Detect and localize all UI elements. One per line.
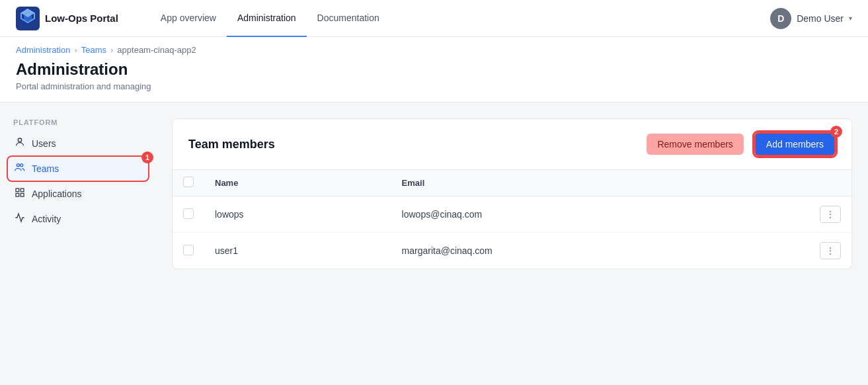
- header-checkbox-cell: [173, 170, 204, 196]
- sidebar: PLATFORM Users 1 Teams Applications Act: [0, 103, 156, 385]
- breadcrumb-sep-2: ›: [110, 45, 113, 55]
- table-header: Name Email: [173, 170, 851, 196]
- col-name: Name: [204, 170, 391, 196]
- select-all-checkbox[interactable]: [183, 177, 194, 187]
- row-email-lowops: lowops@cinaq.com: [391, 196, 809, 233]
- row-checkbox-cell: [173, 196, 204, 233]
- activity-icon: [15, 212, 25, 226]
- annotation-badge-2: 2: [830, 126, 842, 138]
- breadcrumb: Administration › Teams › appteam-cinaq-a…: [16, 45, 852, 55]
- breadcrumb-administration[interactable]: Administration: [16, 45, 70, 55]
- sidebar-item-applications-label: Applications: [32, 189, 82, 199]
- applications-icon: [15, 187, 25, 200]
- sidebar-item-users[interactable]: Users: [8, 132, 148, 155]
- page-header: Administration › Teams › appteam-cinaq-a…: [0, 37, 868, 103]
- members-table: Name Email lowops lowops@cinaq.com ⋮: [173, 170, 851, 269]
- team-members-card: Team members Remove members Add members …: [172, 118, 852, 269]
- main-layout: PLATFORM Users 1 Teams Applications Act: [0, 103, 868, 385]
- teams-icon: [15, 162, 25, 175]
- table-body: lowops lowops@cinaq.com ⋮ user1 margarit…: [173, 196, 851, 269]
- svg-point-6: [20, 164, 23, 167]
- logo-text: Low-Ops Portal: [45, 13, 118, 24]
- card-title: Team members: [188, 138, 275, 151]
- nav-administration[interactable]: Administration: [227, 0, 307, 37]
- row-email-user1: margarita@cinaq.com: [391, 233, 809, 269]
- row-actions-cell-lowops: ⋮: [809, 196, 851, 233]
- navbar: Low-Ops Portal App overview Administrati…: [0, 0, 868, 37]
- sidebar-item-activity-label: Activity: [32, 214, 61, 224]
- svg-rect-8: [20, 189, 24, 192]
- logo-icon: [16, 7, 40, 30]
- svg-rect-9: [16, 193, 19, 196]
- logo[interactable]: Low-Ops Portal: [16, 7, 118, 30]
- navbar-links: App overview Administration Documentatio…: [150, 0, 749, 37]
- row-actions-button-user1[interactable]: ⋮: [820, 242, 841, 259]
- sidebar-item-teams-label: Teams: [32, 163, 59, 174]
- sidebar-item-applications[interactable]: Applications: [8, 182, 148, 206]
- user-icon: [15, 137, 25, 150]
- breadcrumb-sep-1: ›: [74, 45, 77, 55]
- remove-members-button[interactable]: Remove members: [647, 134, 743, 155]
- nav-app-overview[interactable]: App overview: [150, 0, 227, 37]
- col-email: Email: [391, 170, 809, 196]
- row-checkbox-cell: [173, 233, 204, 269]
- chevron-down-icon: ▾: [849, 15, 852, 22]
- svg-rect-7: [16, 189, 19, 192]
- svg-point-4: [18, 138, 21, 142]
- table-row: user1 margarita@cinaq.com ⋮: [173, 233, 851, 269]
- sidebar-item-activity[interactable]: Activity: [8, 207, 148, 231]
- breadcrumb-current: appteam-cinaq-app2: [117, 45, 196, 55]
- row-checkbox-user1[interactable]: [183, 245, 194, 255]
- col-actions: [809, 170, 851, 196]
- nav-documentation[interactable]: Documentation: [307, 0, 390, 37]
- row-name-lowops: lowops: [204, 196, 391, 233]
- page-title: Administration: [16, 60, 852, 79]
- user-menu[interactable]: D Demo User ▾: [770, 8, 852, 29]
- content-area: Team members Remove members Add members …: [156, 103, 868, 385]
- card-header: Team members Remove members Add members …: [173, 119, 851, 170]
- page-subtitle: Portal administration and managing: [16, 81, 852, 91]
- add-members-button[interactable]: Add members: [754, 132, 836, 156]
- svg-point-5: [17, 164, 19, 167]
- sidebar-section-label: PLATFORM: [8, 118, 148, 126]
- row-actions-button-lowops[interactable]: ⋮: [820, 206, 841, 223]
- annotation-badge-1: 1: [141, 151, 153, 163]
- sidebar-item-teams[interactable]: 1 Teams: [8, 157, 148, 181]
- table-row: lowops lowops@cinaq.com ⋮: [173, 196, 851, 233]
- card-actions: Remove members Add members 2: [647, 132, 836, 156]
- row-actions-cell-user1: ⋮: [809, 233, 851, 269]
- row-checkbox-lowops[interactable]: [183, 208, 194, 219]
- sidebar-item-users-label: Users: [32, 138, 56, 149]
- row-name-user1: user1: [204, 233, 391, 269]
- breadcrumb-teams[interactable]: Teams: [81, 45, 106, 55]
- svg-rect-10: [20, 193, 24, 196]
- user-name: Demo User: [797, 13, 844, 24]
- avatar: D: [770, 8, 791, 29]
